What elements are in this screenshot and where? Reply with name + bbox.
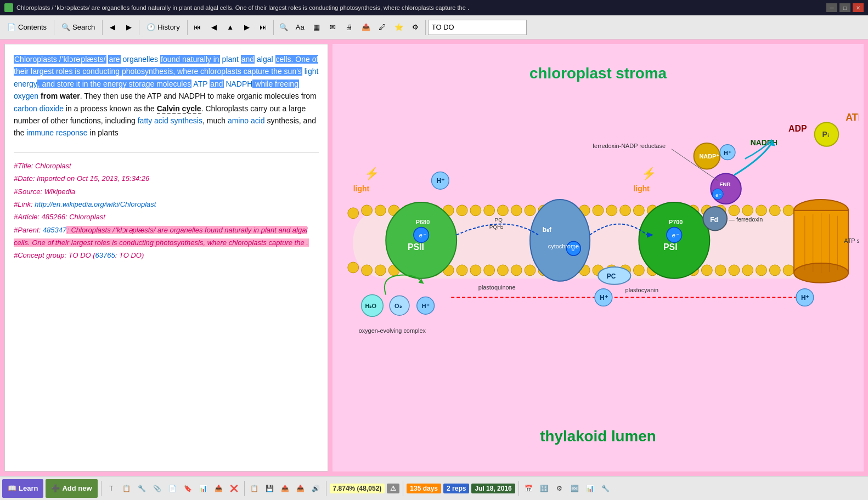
history-button[interactable]: 🕐 History [142, 18, 184, 37]
contents-button[interactable]: 📄 Contents [2, 18, 52, 37]
star-button[interactable]: ⭐ [391, 20, 407, 35]
svg-point-39 [348, 262, 359, 273]
svg-text:H₂O: H₂O [365, 303, 377, 309]
layout-button[interactable]: ▦ [309, 20, 324, 35]
svg-point-67 [729, 265, 740, 276]
separator [273, 20, 274, 35]
extra-btn-5[interactable]: 📊 [584, 482, 597, 495]
link-plant[interactable]: plant [222, 55, 239, 64]
last-button[interactable]: ⏭ [256, 20, 271, 35]
app-icon [4, 3, 13, 12]
format-btn-4[interactable]: 📎 [151, 482, 164, 495]
calvin-cycle-text: Calvin cycle [157, 104, 201, 114]
first-button[interactable]: ⏮ [190, 20, 205, 35]
extra-btn-2[interactable]: 🔢 [538, 482, 551, 495]
format-btn-7[interactable]: 📊 [197, 482, 210, 495]
highlight-found: found naturally in [160, 55, 220, 64]
todo-input[interactable] [428, 20, 527, 35]
svg-text:H⁺: H⁺ [422, 303, 430, 309]
window-controls: ─ □ ✕ [826, 3, 864, 12]
next-button[interactable]: ▶ [239, 20, 255, 35]
separator [326, 481, 326, 496]
svg-text:cytochrome: cytochrome [548, 243, 579, 249]
warning-badge: ⚠ [387, 484, 399, 493]
export-button[interactable]: 📤 [358, 20, 374, 35]
history-icon: 🕐 [146, 23, 155, 31]
link-organelles[interactable]: organelles [123, 55, 159, 64]
svg-point-71 [783, 265, 794, 276]
close-button[interactable]: ✕ [853, 3, 864, 12]
learn-button[interactable]: 📖 Learn [2, 479, 43, 498]
stat-btn-1[interactable]: 📋 [248, 482, 261, 495]
stat-btn-5[interactable]: 🔊 [309, 482, 323, 495]
separator [102, 20, 103, 35]
meta-parent: #Parent: 485347: Chloroplasts /ˈklɔrəplæ… [14, 224, 319, 249]
meta-source: #Source: Wikipedia [14, 185, 319, 198]
stat-btn-2[interactable]: 💾 [263, 482, 277, 495]
back-button[interactable]: ◀ [105, 20, 120, 35]
meta-title: #Title: Chloroplast [14, 160, 319, 172]
meta-section: #Title: Chloroplast #Date: Imported on O… [14, 152, 319, 262]
format-btn-9[interactable]: ❌ [228, 482, 241, 495]
stat-btn-4[interactable]: 📥 [294, 482, 307, 495]
highlight-and2: and [210, 79, 223, 88]
link-amino-acid[interactable]: amino acid [228, 116, 265, 125]
email-button[interactable]: ✉ [325, 20, 341, 35]
learn-label: Learn [19, 484, 38, 492]
maximize-button[interactable]: □ [839, 3, 850, 12]
svg-text:H⁺: H⁺ [801, 294, 809, 302]
svg-text:ferredoxin-NADP reductase: ferredoxin-NADP reductase [593, 143, 666, 149]
minimize-button[interactable]: ─ [826, 3, 837, 12]
settings-button[interactable]: ⚙ [408, 20, 423, 35]
meta-concept-link[interactable]: 63765 [95, 251, 115, 259]
svg-point-52 [525, 265, 536, 276]
svg-point-3 [362, 205, 373, 216]
format-btn-8[interactable]: 📥 [212, 482, 226, 495]
stat-btn-3[interactable]: 📤 [279, 482, 292, 495]
link-immune-response[interactable]: immune response [26, 128, 87, 137]
bold-from-water: from water [41, 92, 80, 100]
link-algal[interactable]: algal [257, 55, 273, 64]
format-btn-5[interactable]: 📄 [166, 482, 179, 495]
prev-button[interactable]: ◀ [206, 20, 222, 35]
svg-text:ADP: ADP [788, 124, 807, 133]
zoom-button[interactable]: 🔍 [276, 20, 291, 35]
add-new-button[interactable]: ➕ Add new [46, 479, 97, 498]
link-fatty-acid[interactable]: fatty acid synthesis [138, 116, 202, 125]
forward-button[interactable]: ▶ [121, 20, 137, 35]
chloroplast-diagram: chloroplast stroma [337, 48, 859, 471]
up-button[interactable]: ▲ [223, 20, 238, 35]
font-button[interactable]: Aa [292, 20, 308, 35]
format-btn-1[interactable]: T [105, 482, 118, 495]
svg-text:— ferredoxin: — ferredoxin [729, 216, 763, 223]
highlight-freeing: while freeing [252, 79, 299, 88]
svg-point-68 [742, 265, 753, 276]
meta-link-label: #Link: [14, 200, 33, 208]
search-button[interactable]: 🔍 Search [57, 18, 100, 37]
extra-btn-1[interactable]: 📅 [522, 482, 536, 495]
link-carbon-dioxide[interactable]: carbon dioxide [14, 104, 64, 113]
svg-text:H⁺: H⁺ [724, 150, 731, 156]
titlebar: Chloroplasts / ˈklɔrəplæsts/ are organel… [0, 0, 868, 15]
article-paragraph: Chloroplasts /ˈklɔrəplæsts/ are organell… [14, 53, 319, 139]
svg-point-30 [729, 205, 740, 216]
meta-link-url[interactable]: http://en.wikipedia.org/wiki/Chloroplast [35, 200, 156, 208]
format-btn-6[interactable]: 🔖 [182, 482, 195, 495]
extra-btn-6[interactable]: 🔧 [599, 482, 612, 495]
format-btn-2[interactable]: 📋 [120, 482, 133, 495]
format-btn-3[interactable]: 🔧 [136, 482, 149, 495]
link-nadph[interactable]: NADPH [226, 79, 252, 88]
meta-parent-link[interactable]: 485347 [43, 226, 66, 234]
meta-concept-group: #Concept group: TO DO (63765: TO DO) [14, 249, 319, 262]
link-oxygen[interactable]: oxygen [14, 92, 38, 100]
contents-icon: 📄 [7, 23, 16, 31]
print-button[interactable]: 🖨 [342, 20, 357, 35]
highlight-button[interactable]: 🖊 [375, 20, 390, 35]
statusbar: 📖 Learn ➕ Add new T 📋 🔧 📎 📄 🔖 📊 📥 ❌ 📋 💾 … [0, 476, 868, 500]
link-atp[interactable]: ATP [193, 79, 207, 88]
extra-btn-4[interactable]: 🔤 [568, 482, 582, 495]
extra-btn-3[interactable]: ⚙ [553, 482, 566, 495]
history-label: History [157, 23, 179, 31]
svg-point-60 [633, 265, 644, 276]
svg-text:⚡: ⚡ [364, 166, 380, 181]
